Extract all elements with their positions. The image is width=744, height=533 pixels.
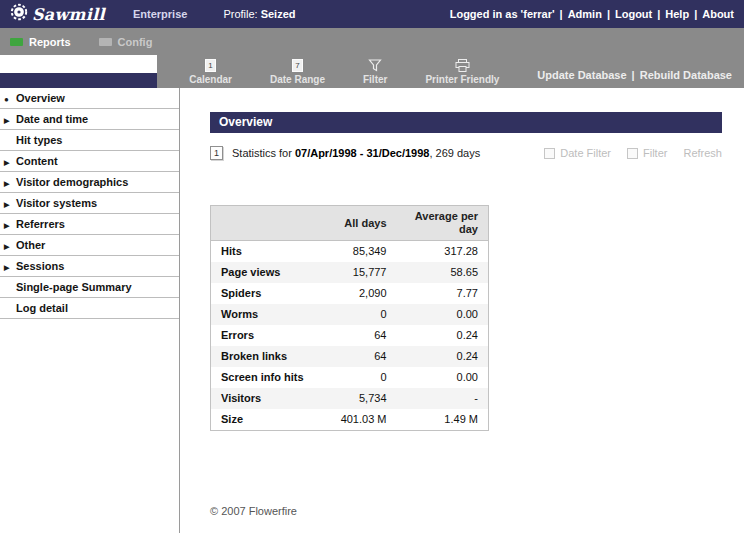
row-label: Spiders [211, 283, 315, 304]
sidebar-item-visitor-demographics[interactable]: Visitor demographics [0, 172, 179, 193]
row-label: Broken links [211, 346, 315, 367]
table-header-row: All days Average per day [211, 206, 489, 241]
tab-reports[interactable]: Reports [10, 36, 71, 48]
stats-days-count: , 269 days [429, 147, 480, 159]
avg-per-day-value: 0.00 [397, 367, 489, 388]
row-label: Page views [211, 262, 315, 283]
app-logo-text: Sawmill [32, 5, 105, 24]
logged-in-status: Logged in as 'ferrar' [450, 8, 555, 20]
stats-date-range: 07/Apr/1998 - 31/Dec/1998 [295, 147, 430, 159]
all-days-value: 401.03 M [315, 409, 397, 431]
stats-prefix: Statistics for [232, 147, 292, 159]
table-row: Screen info hits 0 0.00 [211, 367, 489, 388]
sidebar-item-label: Visitor systems [16, 197, 97, 209]
date-range-page-number: 7 [292, 59, 303, 72]
sidebar-item-label: Sessions [16, 260, 64, 272]
avg-per-day-value: - [397, 388, 489, 409]
overview-stats-table: All days Average per day Hits 85,349 317… [210, 205, 489, 431]
sidebar-item-sessions[interactable]: Sessions [0, 256, 179, 277]
row-label: Screen info hits [211, 367, 315, 388]
avg-per-day-value: 317.28 [397, 241, 489, 263]
all-days-value: 64 [315, 325, 397, 346]
refresh-button[interactable]: Refresh [683, 147, 722, 159]
column-header-blank [211, 206, 315, 241]
table-row: Page views 15,777 58.65 [211, 262, 489, 283]
column-header-average-per-day: Average per day [397, 206, 489, 241]
expand-arrow-icon [4, 114, 9, 125]
table-row: Spiders 2,090 7.77 [211, 283, 489, 304]
sidebar-header-gap [0, 55, 157, 73]
logout-link[interactable]: Logout [615, 8, 652, 20]
sidebar-item-label: Visitor demographics [16, 176, 128, 188]
filter-group: Filter [627, 147, 667, 159]
sidebar-item-label: Overview [16, 92, 65, 104]
separator: | [632, 69, 635, 81]
profile-label: Profile: [223, 8, 257, 20]
config-tab-icon [99, 38, 112, 46]
row-label: Visitors [211, 388, 315, 409]
sidebar-item-label: Other [16, 239, 45, 251]
reports-tab-icon [10, 38, 23, 46]
tool-label: Printer Friendly [425, 74, 499, 85]
calendar-button[interactable]: 1 Calendar [189, 58, 232, 85]
sidebar-item-label: Referrers [16, 218, 65, 230]
update-database-link[interactable]: Update Database [537, 69, 626, 81]
printer-friendly-button[interactable]: Printer Friendly [425, 58, 499, 85]
filter-controls: Date Filter Filter Refresh [528, 147, 722, 159]
filter-checkbox[interactable] [627, 148, 638, 159]
sidebar-item-overview[interactable]: Overview [0, 88, 179, 109]
tool-label: Date Range [270, 74, 325, 85]
help-link[interactable]: Help [665, 8, 689, 20]
sidebar-header [0, 55, 157, 88]
column-header-all-days: All days [315, 206, 397, 241]
filter-label: Filter [643, 147, 667, 159]
database-actions: Update Database | Rebuild Database [537, 69, 732, 85]
sidebar-item-label: Content [16, 155, 58, 167]
report-content: Overview 1 Statistics for07/Apr/1998 - 3… [180, 88, 744, 533]
all-days-value: 0 [315, 304, 397, 325]
table-row: Visitors 5,734 - [211, 388, 489, 409]
filter-button[interactable]: Filter [363, 58, 387, 85]
date-filter-group: Date Filter [544, 147, 611, 159]
sidebar-item-hit-types[interactable]: Hit types [0, 130, 179, 151]
table-row: Size 401.03 M 1.49 M [211, 409, 489, 431]
all-days-value: 0 [315, 367, 397, 388]
page-title: Overview [210, 112, 722, 133]
sidebar-header-bar [0, 73, 157, 88]
tabs-bar: Reports Config [0, 28, 744, 55]
admin-link[interactable]: Admin [568, 8, 602, 20]
expand-arrow-icon [4, 198, 9, 209]
calendar-icon: 1 [205, 58, 216, 72]
tab-config[interactable]: Config [99, 36, 153, 48]
sidebar-item-label: Single-page Summary [16, 281, 132, 293]
sidebar-item-content[interactable]: Content [0, 151, 179, 172]
sawmill-logo: Sawmill [10, 3, 105, 25]
calendar-page-number: 1 [205, 59, 216, 72]
sidebar-item-other[interactable]: Other [0, 235, 179, 256]
expand-arrow-icon [4, 156, 9, 167]
about-link[interactable]: About [702, 8, 734, 20]
statistics-text: Statistics for07/Apr/1998 - 31/Dec/1998,… [232, 147, 480, 159]
date-range-button[interactable]: 7 Date Range [270, 58, 325, 85]
sidebar-item-referrers[interactable]: Referrers [0, 214, 179, 235]
date-filter-checkbox[interactable] [544, 148, 555, 159]
sidebar-item-visitor-systems[interactable]: Visitor systems [0, 193, 179, 214]
sidebar-item-label: Date and time [16, 113, 88, 125]
expand-arrow-icon [4, 261, 9, 272]
all-days-value: 2,090 [315, 283, 397, 304]
sidebar-item-single-page-summary[interactable]: Single-page Summary [0, 277, 179, 298]
sidebar-item-log-detail[interactable]: Log detail [0, 298, 179, 319]
all-days-value: 5,734 [315, 388, 397, 409]
separator: | [607, 8, 610, 20]
all-days-value: 85,349 [315, 241, 397, 263]
table-row: Hits 85,349 317.28 [211, 241, 489, 263]
avg-per-day-value: 1.49 M [397, 409, 489, 431]
sidebar-item-date-and-time[interactable]: Date and time [0, 109, 179, 130]
profile-value: Seized [261, 8, 296, 20]
expand-arrow-icon [4, 240, 9, 251]
avg-per-day-value: 0.24 [397, 325, 489, 346]
report-toolbar: 1 Calendar 7 Date Range Filter [157, 55, 744, 88]
avg-per-day-value: 7.77 [397, 283, 489, 304]
table-row: Errors 64 0.24 [211, 325, 489, 346]
rebuild-database-link[interactable]: Rebuild Database [640, 69, 732, 81]
